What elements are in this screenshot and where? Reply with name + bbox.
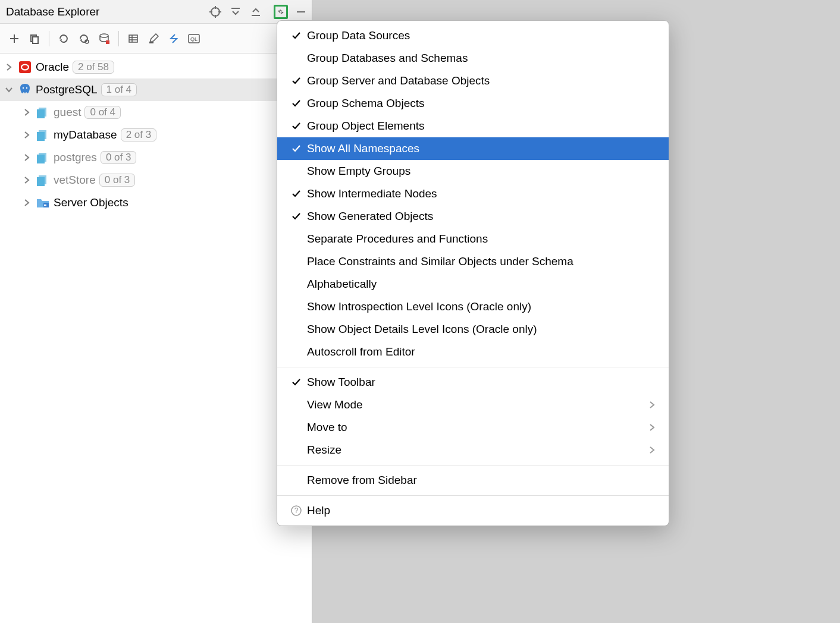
menu-item[interactable]: Autoscroll from Editor [277, 341, 669, 363]
check-icon [288, 31, 305, 40]
svg-rect-36 [44, 205, 46, 206]
database-icon [36, 105, 50, 119]
panel-header: Database Explorer [0, 0, 312, 24]
menu-label: Show Intermediate Nodes [307, 187, 658, 200]
menu-label: Show Generated Objects [307, 210, 658, 223]
postgresql-icon [18, 83, 32, 97]
svg-rect-31 [37, 155, 45, 163]
minimize-icon[interactable] [294, 5, 308, 19]
collapse-all-icon[interactable] [249, 5, 263, 19]
navigate-button[interactable] [164, 29, 183, 48]
chevron-right-icon[interactable] [21, 130, 32, 140]
menu-item[interactable]: Group Server and Database Objects [277, 70, 669, 92]
menu-label: Show Empty Groups [307, 165, 658, 178]
node-label: PostgreSQL [36, 83, 98, 96]
check-icon [288, 99, 305, 108]
menu-item[interactable]: Group Data Sources [277, 24, 669, 47]
menu-label: Resize [307, 443, 644, 457]
menu-item[interactable]: Remove from Sidebar [277, 469, 669, 492]
tree-node-database[interactable]: postgres 0 of 3 [0, 146, 312, 169]
database-icon [36, 128, 50, 142]
svg-rect-14 [106, 40, 109, 44]
chevron-right-icon[interactable] [21, 107, 32, 118]
expand-all-icon[interactable] [228, 5, 243, 19]
menu-item[interactable]: Show Generated Objects [277, 205, 669, 228]
menu-item[interactable]: Move to [277, 416, 669, 439]
sync-settings-button[interactable] [74, 29, 93, 48]
menu-label: Separate Procedures and Functions [307, 232, 658, 246]
menu-label: Place Constraints and Similar Objects un… [307, 255, 658, 268]
chevron-right-icon [646, 401, 658, 409]
target-icon[interactable] [208, 5, 222, 19]
menu-item[interactable]: Show Introspection Level Icons (Oracle o… [277, 295, 669, 318]
chevron-down-icon[interactable] [4, 84, 14, 95]
menu-item[interactable]: Group Databases and Schemas [277, 47, 669, 70]
menu-label: Show Object Details Level Icons (Oracle … [307, 323, 658, 336]
duplicate-button[interactable] [25, 29, 44, 48]
tree-node-database[interactable]: vetStore 0 of 3 [0, 169, 312, 191]
tree-node-oracle[interactable]: Oracle 2 of 58 [0, 56, 312, 78]
count-badge: 0 of 4 [84, 106, 121, 119]
check-icon [288, 212, 305, 221]
chevron-right-icon[interactable] [21, 197, 32, 208]
tree-node-server-objects[interactable]: Server Objects [0, 191, 312, 214]
count-badge: 1 of 4 [101, 83, 137, 96]
database-icon [36, 173, 50, 187]
chevron-right-icon[interactable] [21, 152, 32, 163]
menu-separator [277, 495, 669, 496]
chevron-right-icon[interactable] [21, 175, 32, 185]
menu-item[interactable]: Show Object Details Level Icons (Oracle … [277, 318, 669, 341]
menu-item[interactable]: Show Empty Groups [277, 160, 669, 183]
chevron-right-icon [646, 423, 658, 432]
menu-item[interactable]: Alphabetically [277, 273, 669, 295]
svg-text:QL: QL [190, 36, 198, 42]
datasource-tree: Oracle 2 of 58 PostgreSQL 1 of 4 guest 0… [0, 54, 312, 623]
menu-item[interactable]: Separate Procedures and Functions [277, 228, 669, 250]
menu-item[interactable]: Show Intermediate Nodes [277, 183, 669, 205]
check-icon [288, 144, 305, 153]
database-explorer-panel: Database Explorer [0, 0, 312, 623]
count-badge: 2 of 58 [73, 61, 114, 74]
menu-item[interactable]: Group Schema Objects [277, 92, 669, 115]
svg-rect-29 [37, 132, 45, 141]
check-icon [288, 189, 305, 199]
chevron-right-icon[interactable] [4, 62, 14, 73]
menu-item[interactable]: View Mode [277, 394, 669, 416]
panel-header-actions [208, 5, 308, 19]
check-icon [288, 76, 305, 86]
menu-item-help[interactable]: ? Help [277, 499, 669, 522]
toolbar-separator [49, 31, 49, 46]
tree-node-postgresql[interactable]: PostgreSQL 1 of 4 [0, 78, 312, 101]
console-button[interactable]: QL [184, 29, 203, 48]
menu-item[interactable]: Place Constraints and Similar Objects un… [277, 250, 669, 273]
node-label: Oracle [36, 61, 69, 74]
toolbar-separator [118, 31, 119, 46]
menu-label: Remove from Sidebar [307, 474, 658, 487]
node-label: Server Objects [54, 196, 128, 209]
settings-gear-icon[interactable] [274, 5, 288, 19]
add-datasource-button[interactable] [5, 29, 24, 48]
count-badge: 0 of 3 [99, 174, 136, 187]
menu-item[interactable]: Group Object Elements [277, 115, 669, 137]
menu-label: Move to [307, 421, 644, 434]
menu-label: Help [307, 504, 658, 517]
menu-item[interactable]: Show All Namespaces [277, 137, 669, 160]
menu-label: Show Toolbar [307, 376, 658, 389]
node-label: vetStore [54, 174, 96, 187]
menu-label: Group Data Sources [307, 29, 658, 42]
svg-point-25 [26, 87, 27, 89]
edit-button[interactable] [144, 29, 163, 48]
database-icon [36, 150, 50, 165]
refresh-button[interactable] [54, 29, 73, 48]
menu-separator [277, 367, 669, 367]
svg-text:?: ? [294, 506, 299, 515]
table-view-button[interactable] [124, 29, 143, 48]
settings-popup-menu: Group Data SourcesGroup Databases and Sc… [277, 20, 669, 526]
menu-item[interactable]: Show Toolbar [277, 371, 669, 394]
menu-label: Show All Namespaces [307, 142, 658, 155]
svg-point-0 [211, 8, 220, 16]
tree-node-database[interactable]: guest 0 of 4 [0, 101, 312, 124]
stop-button[interactable] [95, 29, 114, 48]
tree-node-database[interactable]: myDatabase 2 of 3 [0, 124, 312, 146]
menu-item[interactable]: Resize [277, 439, 669, 461]
